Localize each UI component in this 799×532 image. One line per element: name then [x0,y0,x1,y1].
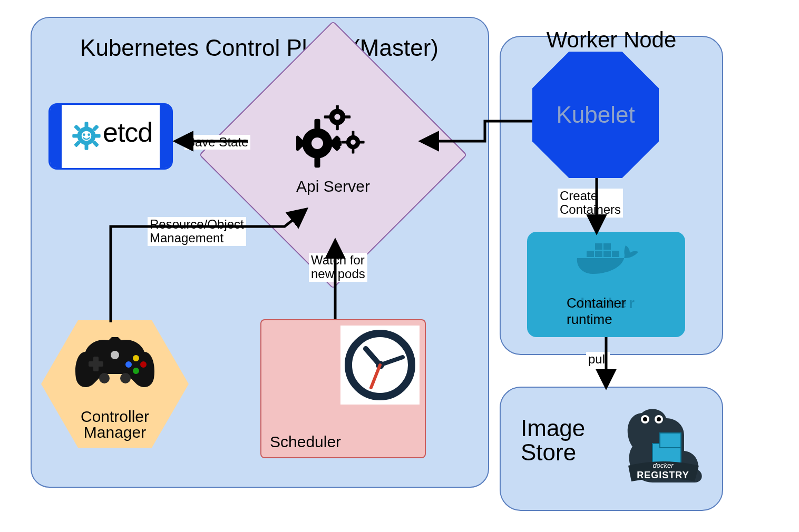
svg-rect-58 [603,243,611,250]
svg-point-17 [87,133,90,136]
etcd-gear-icon [71,121,102,151]
scheduler-node: Scheduler [260,319,426,458]
svg-rect-30 [336,124,339,130]
svg-point-42 [133,355,139,361]
svg-rect-31 [324,116,330,119]
image-store-title: Image Store [521,416,585,465]
svg-line-53 [371,365,380,388]
api-server-label: Api Server [296,178,370,195]
svg-rect-35 [352,131,355,136]
scheduler-label: Scheduler [270,433,341,451]
svg-rect-55 [595,251,602,257]
kubelet-label: Kubelet [556,102,635,128]
control-plane-title: Kubernetes Control Plane (Master) [59,35,460,61]
docker-whale-icon [572,240,640,277]
svg-rect-20 [315,157,320,168]
worker-node-title: Worker Node [527,27,696,53]
controller-manager-label: Controller Manager [81,409,149,440]
svg-rect-7 [85,122,89,128]
svg-point-16 [83,133,85,136]
edge-resource-mgmt-label: Resource/Object Management [148,217,246,246]
svg-point-48 [111,351,119,359]
registry-brand: docker [652,461,674,469]
container-runtime-label: Container runtime [567,295,646,328]
svg-rect-38 [359,141,365,144]
svg-rect-8 [85,144,89,150]
edge-save-state-label: Save State [184,135,250,150]
svg-rect-10 [94,134,101,138]
svg-line-52 [380,357,403,365]
etcd-label: etcd [103,116,152,148]
etcd-node: etcd [48,103,173,170]
svg-point-44 [125,361,132,368]
svg-rect-59 [612,251,619,257]
kubelet-node: Kubelet [532,52,659,178]
svg-point-27 [311,137,323,149]
svg-rect-54 [587,251,594,257]
svg-point-1 [643,417,647,421]
gamepad-icon [73,332,157,390]
svg-point-33 [334,114,340,120]
container-runtime-node: docker Container runtime [527,232,685,337]
clock-icon [340,326,420,405]
svg-rect-29 [336,105,339,110]
svg-point-43 [140,361,147,368]
svg-rect-57 [595,243,602,250]
svg-rect-19 [315,119,320,130]
edge-watch-pods-label: Watch for new pods [309,253,367,282]
svg-point-45 [133,368,139,374]
svg-rect-5 [660,433,681,448]
svg-point-39 [350,140,356,145]
diagram-canvas: Kubernetes Control Plane (Master) Worker… [0,0,799,532]
registry-label: REGISTRY [637,470,689,480]
svg-point-47 [120,373,131,383]
svg-point-46 [99,373,110,383]
svg-rect-36 [352,149,355,154]
edge-pull-label: pull [586,352,610,367]
svg-rect-9 [72,134,79,138]
gears-icon [296,105,370,174]
docker-registry-icon: docker REGISTRY [621,403,705,488]
svg-rect-37 [342,141,347,144]
api-server-node: Api Server [238,60,428,250]
svg-rect-32 [345,116,350,119]
svg-rect-41 [93,357,99,371]
edge-create-containers-label: Create Containers [558,189,623,218]
svg-line-51 [366,349,380,365]
svg-rect-56 [603,251,611,257]
svg-point-3 [657,417,661,421]
controller-manager-node: Controller Manager [41,320,189,448]
